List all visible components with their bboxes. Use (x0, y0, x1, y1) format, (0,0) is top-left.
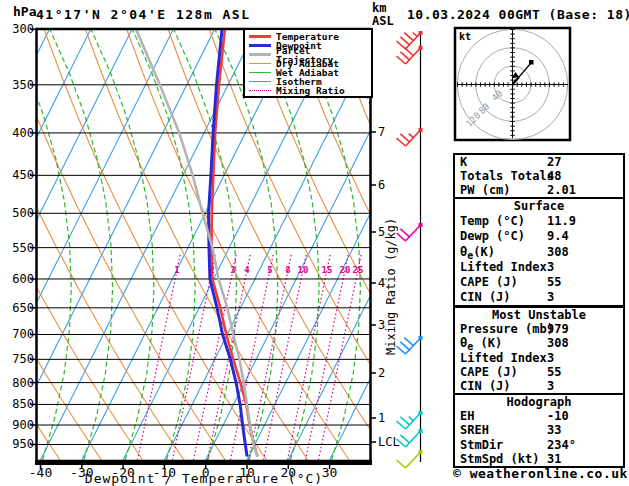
page-title: 41°17'N 2°04'E 128m ASL (36, 7, 251, 22)
table-row: Totals Totals48 (455, 169, 623, 183)
legend-swatch-parcel-trajectory (249, 53, 271, 56)
row-value: 308 (547, 245, 569, 259)
table-row: Lifted Index3 (455, 260, 623, 275)
pressure-tick-label: 750 (12, 352, 34, 366)
table-row: CIN (J)3 (455, 379, 623, 393)
row-value: 55 (547, 365, 561, 379)
mixing-ratio-value-label: 4 (244, 265, 249, 275)
row-label: θe(K) (460, 245, 495, 259)
mixing-ratio-value-label: 10 (298, 265, 309, 275)
mixing-ratio-value-label: 2 (209, 265, 214, 275)
legend-swatch-dry-adiabat (249, 63, 271, 64)
pressure-tick-label: 550 (12, 241, 34, 255)
pressure-tick-label: 650 (12, 301, 34, 315)
hodograph-table: HodographEH-10SREH33StmDir234°StmSpd (kt… (453, 393, 625, 468)
row-label: SREH (460, 423, 489, 437)
pressure-tick-label: 850 (12, 397, 34, 411)
wind-barb (397, 429, 423, 447)
wind-barb-column (397, 31, 423, 468)
km-tick-label: 6 (378, 178, 385, 192)
mixing-ratio-line (172, 253, 215, 460)
row-value: 27 (547, 155, 561, 169)
legend-swatch-temperature (249, 35, 271, 38)
row-label: K (460, 155, 467, 169)
mixing-ratio-axis-title: Mixing Ratio (g/kg) (384, 215, 398, 355)
table-row: CAPE (J)55 (455, 365, 623, 379)
mixing-ratio-line (263, 253, 306, 460)
wind-barb (397, 336, 423, 354)
lcl-label: LCL (378, 435, 400, 449)
pressure-tick-label: 600 (12, 272, 34, 286)
row-label: Totals Totals (460, 169, 554, 183)
surface-table: SurfaceTemp (°C)11.9Dewp (°C)9.4θe(K)308… (453, 197, 625, 307)
table-title: Hodograph (455, 395, 623, 409)
wind-barb (397, 128, 423, 146)
legend-swatch-mixing-ratio (249, 90, 271, 91)
row-label: StmSpd (kt) (460, 452, 539, 466)
temp-tick-label: -30 (70, 465, 93, 480)
most-unstable-table: Most UnstablePressure (mb)979θe (K)308Li… (453, 306, 625, 395)
table-row: Pressure (mb)979 (455, 322, 623, 336)
pressure-tick-label: 800 (12, 376, 34, 390)
wind-barb (397, 450, 423, 468)
row-value: 3 (547, 379, 554, 393)
pressure-tick-label: 350 (12, 78, 34, 92)
chart-legend: TemperatureDewpointParcel TrajectoryDry … (243, 28, 373, 98)
row-value: 55 (547, 275, 561, 289)
mixing-ratio-value-label: 5 (267, 265, 272, 275)
wind-barb (397, 411, 423, 429)
table-row: Lifted Index3 (455, 351, 623, 365)
row-value: 9.4 (547, 229, 569, 243)
table-row: PW (cm)2.01 (455, 183, 623, 197)
table-row: θe(K)308 (455, 245, 623, 260)
row-value: 3 (547, 351, 554, 365)
row-value: 979 (547, 322, 569, 336)
row-value: -10 (547, 409, 569, 423)
table-title: Most Unstable (455, 308, 623, 322)
table-row: CIN (J)3 (455, 290, 623, 305)
km-tick-label: 7 (378, 125, 385, 139)
km-tick-label: 1 (378, 411, 385, 425)
isotherm-line (0, 30, 8, 460)
mixing-ratio-value-label: 1 (174, 265, 179, 275)
row-label: CIN (J) (460, 379, 511, 393)
altitude-axis-unit-km: km (372, 1, 386, 15)
mixing-ratio-value-label: 8 (285, 265, 290, 275)
pressure-tick-label: 400 (12, 126, 34, 140)
table-row: θe (K)308 (455, 336, 623, 350)
run-date: 10.03.2024 00GMT (Base: 18) (407, 7, 629, 22)
skewt-sounding-page: 4080120kt hPa 41°17'N 2°04'E 128m ASL km… (0, 0, 629, 486)
row-label: CAPE (J) (460, 275, 518, 289)
pressure-tick-label: 950 (12, 437, 34, 451)
wind-barb (397, 46, 423, 64)
row-label: CIN (J) (460, 290, 511, 304)
row-label: Lifted Index (460, 351, 547, 365)
table-row: SREH33 (455, 423, 623, 437)
legend-swatch-isotherm (249, 81, 271, 82)
altitude-axis-unit-asl: ASL (372, 14, 394, 28)
temp-tick-label: 20 (280, 465, 296, 480)
legend-item: Mixing Ratio (249, 86, 367, 95)
km-tick-label: 5 (378, 225, 385, 239)
credit-footer: © weatheronline.co.uk (453, 466, 628, 481)
row-label: Temp (°C) (460, 214, 525, 228)
mixing-ratio-value-label: 15 (322, 265, 333, 275)
wind-barb (397, 223, 423, 241)
dewpoint-curve (209, 29, 247, 455)
legend-label: Mixing Ratio (276, 86, 345, 95)
mixing-ratio-line (305, 253, 348, 460)
temp-tick-label: 10 (239, 465, 255, 480)
row-label: StmDir (460, 438, 503, 452)
pressure-tick-label: 300 (12, 22, 34, 36)
table-row: Dewp (°C)9.4 (455, 229, 623, 244)
temp-tick-label: -40 (29, 465, 52, 480)
table-row: StmDir234° (455, 438, 623, 452)
table-row: EH-10 (455, 409, 623, 423)
row-label: Lifted Index (460, 260, 547, 274)
row-label: CAPE (J) (460, 365, 518, 379)
mixing-ratio-line (248, 253, 291, 460)
row-value: 234° (547, 438, 576, 452)
row-value: 11.9 (547, 214, 576, 228)
table-row: K27 (455, 155, 623, 169)
row-value: 31 (547, 452, 561, 466)
